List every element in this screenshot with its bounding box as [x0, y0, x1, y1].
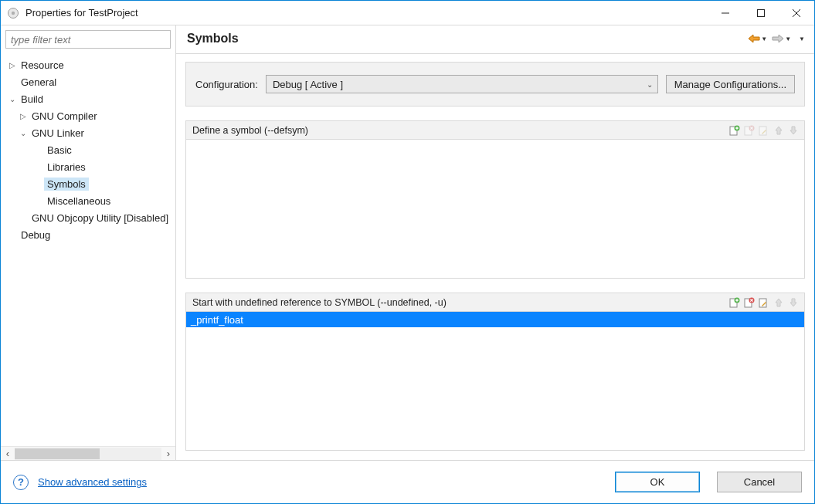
dropdown-icon: ▼ — [785, 36, 791, 42]
sidebar: ▷ Resource General ⌄ Build ▷ GNU Compile… — [1, 25, 176, 460]
show-advanced-link[interactable]: Show advanced settings — [38, 476, 147, 488]
nav-forward-button[interactable]: ▼ — [770, 32, 793, 45]
defsym-list[interactable] — [186, 140, 804, 278]
svg-rect-3 — [758, 9, 765, 16]
delete-icon[interactable] — [742, 296, 756, 309]
tree-item-objcopy[interactable]: GNU Objcopy Utility [Disabled] — [1, 209, 175, 226]
move-down-icon[interactable] — [786, 296, 800, 309]
list-item[interactable]: _printf_float — [186, 312, 804, 327]
scroll-right-icon[interactable]: › — [161, 448, 175, 459]
chevron-down-icon: ⌄ — [7, 95, 18, 103]
move-up-icon[interactable] — [772, 296, 785, 309]
add-icon[interactable] — [728, 296, 741, 309]
sidebar-hscrollbar[interactable]: ‹ › — [1, 446, 175, 460]
undef-section: Start with undefined reference to SYMBOL… — [185, 293, 805, 451]
tree-item-resource[interactable]: ▷ Resource — [1, 56, 175, 73]
dialog-footer: ? Show advanced settings OK Cancel — [1, 460, 814, 503]
configuration-value: Debug [ Active ] — [273, 79, 343, 90]
minimize-button[interactable] — [708, 1, 743, 25]
app-icon — [7, 7, 19, 19]
scroll-thumb[interactable] — [15, 448, 100, 459]
tree-item-gnu-compiler[interactable]: ▷ GNU Compiler — [1, 107, 175, 124]
window-title: Properties for TestProject — [25, 7, 138, 19]
move-down-icon[interactable] — [786, 123, 800, 137]
chevron-right-icon: ▷ — [18, 112, 29, 120]
maximize-button[interactable] — [743, 1, 779, 25]
filter-input[interactable] — [5, 30, 171, 49]
view-menu-icon[interactable]: ▼ — [799, 36, 805, 42]
cancel-button[interactable]: Cancel — [717, 472, 802, 492]
chevron-down-icon: ⌄ — [647, 80, 653, 89]
tree-item-symbols[interactable]: Symbols — [1, 175, 175, 192]
chevron-right-icon: ▷ — [7, 61, 18, 69]
svg-point-1 — [12, 11, 15, 14]
tree-item-debug[interactable]: Debug — [1, 226, 175, 243]
chevron-down-icon: ⌄ — [18, 129, 29, 137]
configuration-label: Configuration: — [195, 79, 258, 90]
tree-item-miscellaneous[interactable]: Miscellaneous — [1, 192, 175, 209]
nav-tree[interactable]: ▷ Resource General ⌄ Build ▷ GNU Compile… — [1, 53, 175, 446]
nav-back-button[interactable]: ▼ — [746, 32, 769, 45]
edit-icon[interactable] — [757, 123, 770, 137]
undef-list[interactable]: _printf_float — [186, 312, 804, 450]
defsym-title: Define a symbol (--defsym) — [192, 125, 728, 136]
page-title: Symbols — [187, 32, 746, 46]
tree-item-gnu-linker[interactable]: ⌄ GNU Linker — [1, 124, 175, 141]
scroll-left-icon[interactable]: ‹ — [1, 448, 15, 459]
close-button[interactable] — [779, 1, 814, 25]
dropdown-icon: ▼ — [761, 36, 767, 42]
help-icon[interactable]: ? — [13, 475, 29, 490]
configuration-section: Configuration: Debug [ Active ] ⌄ Manage… — [185, 62, 805, 107]
manage-configurations-button[interactable]: Manage Configurations... — [666, 75, 795, 93]
undef-title: Start with undefined reference to SYMBOL… — [192, 297, 728, 308]
tree-item-basic[interactable]: Basic — [1, 141, 175, 158]
configuration-select[interactable]: Debug [ Active ] ⌄ — [266, 75, 658, 93]
delete-icon[interactable] — [742, 123, 756, 137]
tree-item-general[interactable]: General — [1, 73, 175, 90]
ok-button[interactable]: OK — [615, 472, 700, 492]
defsym-section: Define a symbol (--defsym) — [185, 120, 805, 279]
title-bar: Properties for TestProject — [1, 1, 814, 25]
move-up-icon[interactable] — [772, 123, 785, 137]
main-panel: Symbols ▼ ▼ ▼ Configuration: Debug [ Act… — [176, 25, 814, 460]
add-icon[interactable] — [728, 123, 741, 137]
edit-icon[interactable] — [757, 296, 770, 309]
tree-item-libraries[interactable]: Libraries — [1, 158, 175, 175]
tree-item-build[interactable]: ⌄ Build — [1, 90, 175, 107]
